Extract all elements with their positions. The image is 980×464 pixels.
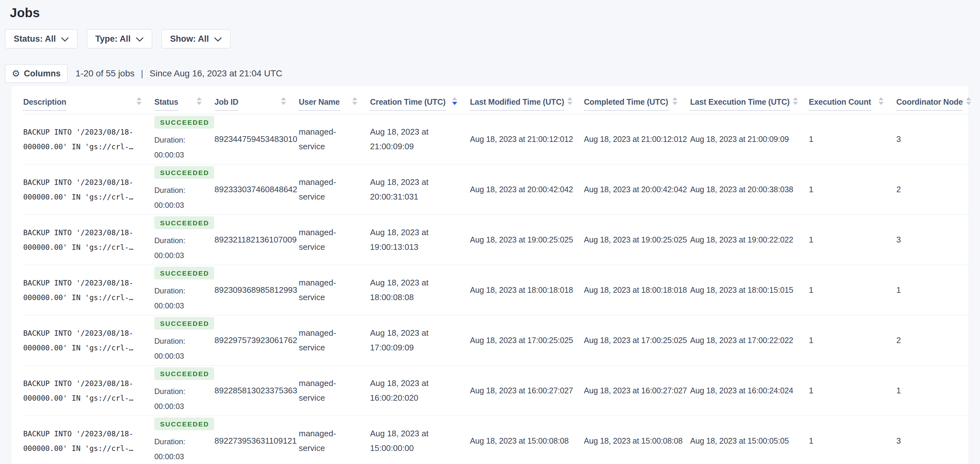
sort-up-icon bbox=[672, 97, 678, 100]
user-name-line: service bbox=[299, 391, 361, 405]
job-id-cell: 892285813023375363 bbox=[215, 386, 299, 395]
execution-count-cell: 1 bbox=[809, 335, 896, 345]
job-description-cell[interactable]: BACKUP INTO '/2023/08/18- 000000.00' IN … bbox=[23, 175, 154, 204]
job-description-line: 000000.00' IN 'gs://crl-… bbox=[23, 190, 145, 204]
completed-time-cell: Aug 18, 2023 at 18:00:18:018 bbox=[584, 285, 690, 295]
sort-up-icon bbox=[452, 97, 457, 100]
column-header-label: Last Execution Time (UTC) bbox=[690, 97, 790, 111]
user-name-line: service bbox=[299, 240, 361, 255]
column-header[interactable]: Completed Time (UTC) bbox=[584, 97, 690, 114]
table-row: BACKUP INTO '/2023/08/18- 000000.00' IN … bbox=[23, 265, 968, 316]
job-description-line: 000000.00' IN 'gs://crl-… bbox=[23, 441, 145, 456]
job-description-cell[interactable]: BACKUP INTO '/2023/08/18- 000000.00' IN … bbox=[23, 276, 154, 305]
column-header[interactable]: User Name bbox=[299, 97, 370, 114]
job-description-cell[interactable]: BACKUP INTO '/2023/08/18- 000000.00' IN … bbox=[23, 376, 154, 405]
creation-time-line: 20:00:31:031 bbox=[370, 190, 461, 204]
last-modified-time-cell: Aug 18, 2023 at 16:00:27:027 bbox=[470, 386, 584, 395]
coordinator-node-cell: 2 bbox=[896, 335, 968, 345]
job-status-cell: SUCCEEDED Duration: 00:00:03 bbox=[154, 166, 215, 213]
gear-icon: ⚙ bbox=[12, 69, 20, 78]
user-name-line: service bbox=[299, 190, 361, 204]
filter-dropdown[interactable]: Type: All bbox=[87, 29, 152, 48]
duration-label: Duration: bbox=[154, 384, 205, 399]
job-duration: Duration: 00:00:03 bbox=[154, 183, 205, 213]
jobs-count: 1-20 of 55 jobs bbox=[76, 69, 135, 79]
filter-dropdown-label: Type: All bbox=[95, 34, 131, 44]
job-status-cell: SUCCEEDED Duration: 00:00:03 bbox=[154, 116, 215, 163]
job-description-cell[interactable]: BACKUP INTO '/2023/08/18- 000000.00' IN … bbox=[23, 125, 154, 154]
column-header[interactable]: Execution Count bbox=[809, 97, 896, 114]
sort-up-icon bbox=[878, 97, 884, 100]
job-description-cell[interactable]: BACKUP INTO '/2023/08/18- 000000.00' IN … bbox=[23, 326, 154, 355]
status-badge: SUCCEEDED bbox=[154, 116, 214, 129]
last-modified-time-cell: Aug 18, 2023 at 18:00:18:018 bbox=[470, 285, 584, 295]
job-duration: Duration: 00:00:03 bbox=[154, 334, 205, 364]
sort-down-icon bbox=[137, 102, 142, 105]
table-row: BACKUP INTO '/2023/08/18- 000000.00' IN … bbox=[23, 366, 968, 416]
sort-arrows-icon bbox=[452, 97, 457, 105]
creation-time-line: 21:00:09:09 bbox=[370, 139, 461, 154]
job-id-cell: 892297573923061762 bbox=[215, 335, 299, 345]
column-header-label: Status bbox=[154, 97, 178, 111]
user-name-line: service bbox=[299, 341, 361, 355]
sort-down-icon bbox=[452, 102, 457, 105]
sort-arrows-icon bbox=[567, 97, 573, 105]
creation-time-line: Aug 18, 2023 at bbox=[370, 225, 461, 240]
sort-arrows-icon bbox=[281, 97, 286, 105]
user-name-line: service bbox=[299, 290, 361, 305]
columns-button[interactable]: ⚙ Columns bbox=[5, 64, 67, 83]
jobs-table: Description Status Job ID User Name Crea… bbox=[12, 86, 968, 464]
job-duration: Duration: 00:00:03 bbox=[154, 233, 205, 263]
creation-time-line: Aug 18, 2023 at bbox=[370, 426, 461, 441]
sort-down-icon bbox=[966, 102, 971, 105]
filter-dropdown[interactable]: Status: All bbox=[5, 29, 77, 48]
creation-time-cell: Aug 18, 2023 at 21:00:09:09 bbox=[370, 125, 470, 154]
table-header-row: Description Status Job ID User Name Crea… bbox=[23, 86, 968, 114]
sort-down-icon bbox=[878, 102, 884, 105]
duration-label: Duration: bbox=[154, 233, 205, 248]
last-modified-time-cell: Aug 18, 2023 at 20:00:42:042 bbox=[470, 185, 584, 194]
column-header[interactable]: Creation Time (UTC) bbox=[370, 97, 470, 114]
job-duration: Duration: 00:00:03 bbox=[154, 434, 205, 464]
column-header[interactable]: Last Modified Time (UTC) bbox=[470, 97, 584, 114]
user-name-cell: managed- service bbox=[299, 326, 370, 355]
status-badge: SUCCEEDED bbox=[154, 217, 214, 229]
creation-time-cell: Aug 18, 2023 at 15:00:00:00 bbox=[370, 426, 470, 455]
job-description-cell[interactable]: BACKUP INTO '/2023/08/18- 000000.00' IN … bbox=[23, 225, 154, 255]
column-header[interactable]: Status bbox=[154, 97, 215, 114]
completed-time-cell: Aug 18, 2023 at 17:00:25:025 bbox=[584, 336, 690, 345]
table-row: BACKUP INTO '/2023/08/18- 000000.00' IN … bbox=[23, 164, 968, 215]
creation-time-line: Aug 18, 2023 at bbox=[370, 175, 461, 190]
job-description-line: BACKUP INTO '/2023/08/18- bbox=[23, 326, 145, 341]
job-description-line: 000000.00' IN 'gs://crl-… bbox=[23, 341, 145, 355]
creation-time-line: Aug 18, 2023 at bbox=[370, 376, 461, 391]
chevron-down-icon bbox=[214, 37, 222, 42]
column-header[interactable]: Job ID bbox=[215, 97, 299, 114]
sort-arrows-icon bbox=[672, 97, 678, 105]
column-header-label: Coordinator Node bbox=[896, 97, 963, 111]
job-description-cell[interactable]: BACKUP INTO '/2023/08/18- 000000.00' IN … bbox=[23, 426, 154, 456]
last-execution-time-cell: Aug 18, 2023 at 17:00:22:022 bbox=[690, 336, 809, 345]
duration-label: Duration: bbox=[154, 133, 205, 148]
column-header[interactable]: Last Execution Time (UTC) bbox=[690, 97, 809, 114]
sort-arrows-icon bbox=[966, 97, 971, 105]
user-name-line: managed- bbox=[299, 426, 361, 441]
column-header[interactable]: Description bbox=[23, 97, 154, 114]
duration-value: 00:00:03 bbox=[154, 248, 205, 263]
last-execution-time-cell: Aug 18, 2023 at 21:00:09:09 bbox=[690, 135, 809, 144]
duration-label: Duration: bbox=[154, 434, 205, 450]
column-header-label: Creation Time (UTC) bbox=[370, 97, 445, 111]
sort-up-icon bbox=[567, 97, 573, 100]
column-header-label: Execution Count bbox=[809, 97, 871, 111]
job-description-line: BACKUP INTO '/2023/08/18- bbox=[23, 225, 145, 240]
user-name-cell: managed- service bbox=[299, 125, 370, 154]
filter-dropdown[interactable]: Show: All bbox=[162, 29, 231, 48]
coordinator-node-cell: 3 bbox=[896, 436, 968, 446]
duration-value: 00:00:03 bbox=[154, 298, 205, 314]
table-row: BACKUP INTO '/2023/08/18- 000000.00' IN … bbox=[23, 215, 968, 265]
duration-value: 00:00:03 bbox=[154, 349, 205, 364]
completed-time-cell: Aug 18, 2023 at 21:00:12:012 bbox=[584, 135, 690, 144]
sort-down-icon bbox=[281, 102, 286, 105]
column-header[interactable]: Coordinator Node bbox=[896, 97, 968, 114]
column-header-label: User Name bbox=[299, 97, 340, 111]
